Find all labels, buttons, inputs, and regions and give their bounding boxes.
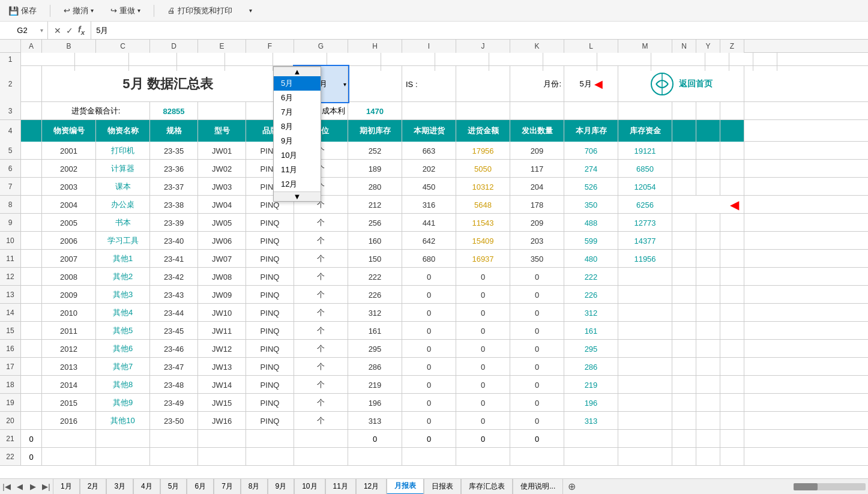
cell-id[interactable]: 2015 bbox=[42, 394, 96, 412]
cell-model[interactable]: JW01 bbox=[198, 142, 246, 160]
cell-ben_qi[interactable]: 0 bbox=[402, 340, 456, 358]
cell-fa_chu[interactable]: 0 bbox=[510, 268, 564, 286]
cell-fa_chu[interactable]: 0 bbox=[510, 376, 564, 394]
cell-ben_qi[interactable]: 0 bbox=[402, 268, 456, 286]
cell-ben_qi[interactable]: 0 bbox=[402, 286, 456, 304]
cell-unit[interactable]: 个 bbox=[294, 376, 348, 394]
cell-ben_yue[interactable]: 488 bbox=[564, 214, 618, 232]
cell-id[interactable]: 2012 bbox=[42, 340, 96, 358]
col-header-I[interactable]: I bbox=[402, 40, 456, 53]
sheet-tab-月报表[interactable]: 月报表 bbox=[387, 479, 424, 495]
col-header-A[interactable]: A bbox=[21, 40, 42, 53]
cell-ku_cun[interactable]: 19121 bbox=[618, 142, 672, 160]
cell-qi_chu[interactable]: 256 bbox=[348, 214, 402, 232]
insert-function-icon[interactable]: fx bbox=[76, 25, 87, 36]
cell-jin_huo[interactable]: 15409 bbox=[456, 232, 510, 250]
cell-ku_cun[interactable] bbox=[618, 286, 672, 304]
cell-name[interactable]: 其他7 bbox=[96, 358, 150, 376]
cell-id[interactable]: 2007 bbox=[42, 250, 96, 268]
cell-jin_huo[interactable]: 5648 bbox=[456, 196, 510, 214]
cell-model[interactable]: JW07 bbox=[198, 250, 246, 268]
cell-ben_yue[interactable]: 599 bbox=[564, 232, 618, 250]
cell-ben_qi[interactable]: 0 bbox=[402, 412, 456, 430]
cell-qi_chu[interactable]: 295 bbox=[348, 340, 402, 358]
cell-ku_cun[interactable] bbox=[618, 376, 672, 394]
col-header-K[interactable]: K bbox=[510, 40, 564, 53]
print-dropdown-button[interactable]: ▾ bbox=[246, 6, 256, 15]
col-header-N[interactable]: N bbox=[672, 40, 696, 53]
cell-ben_qi[interactable]: 441 bbox=[402, 214, 456, 232]
cell-qi_chu[interactable]: 219 bbox=[348, 376, 402, 394]
cell-ref-input[interactable] bbox=[4, 26, 40, 35]
cell-ben_yue[interactable]: 480 bbox=[564, 250, 618, 268]
cell-jin_huo[interactable]: 17956 bbox=[456, 142, 510, 160]
cell-name[interactable]: 其他3 bbox=[96, 286, 150, 304]
cell-fa_chu[interactable]: 0 bbox=[510, 322, 564, 340]
tab-nav-last[interactable]: ▶| bbox=[40, 482, 53, 491]
cell-name[interactable]: 学习工具 bbox=[96, 232, 150, 250]
col-header-F[interactable]: F bbox=[246, 40, 294, 53]
cell-ku_cun[interactable] bbox=[618, 268, 672, 286]
col-header-L[interactable]: L bbox=[564, 40, 618, 53]
cell-spec[interactable]: 23-38 bbox=[150, 196, 198, 214]
cell-qi_chu[interactable]: 196 bbox=[348, 394, 402, 412]
cell-fa_chu[interactable]: 0 bbox=[510, 286, 564, 304]
cell-model[interactable]: JW12 bbox=[198, 340, 246, 358]
cell-jin_huo[interactable]: 0 bbox=[456, 286, 510, 304]
cell-spec[interactable]: 23-47 bbox=[150, 358, 198, 376]
dropdown-scroll-down[interactable]: ▼ bbox=[274, 191, 321, 201]
cell-brand[interactable]: PINQ bbox=[246, 232, 294, 250]
cell-jin_huo[interactable]: 0 bbox=[456, 358, 510, 376]
cell-ben_qi[interactable]: 0 bbox=[402, 322, 456, 340]
cell-ben_yue[interactable]: 526 bbox=[564, 178, 618, 196]
sheet-tab-6月[interactable]: 6月 bbox=[187, 479, 214, 495]
cell-fa_chu[interactable]: 0 bbox=[510, 340, 564, 358]
cell-ben_qi[interactable]: 663 bbox=[402, 142, 456, 160]
cell-brand[interactable]: PINQ bbox=[246, 322, 294, 340]
cell-spec[interactable]: 23-49 bbox=[150, 394, 198, 412]
dropdown-scroll-up[interactable]: ▲ bbox=[274, 67, 321, 76]
cell-fa_chu[interactable]: 178 bbox=[510, 196, 564, 214]
cell-id[interactable]: 2011 bbox=[42, 322, 96, 340]
sheet-tab-8月[interactable]: 8月 bbox=[241, 479, 268, 495]
cell-ku_cun[interactable]: 11956 bbox=[618, 250, 672, 268]
return-home-button[interactable]: 返回首页 bbox=[679, 79, 713, 89]
cell-fa_chu[interactable]: 350 bbox=[510, 250, 564, 268]
cell-ben_qi[interactable]: 316 bbox=[402, 196, 456, 214]
cell-qi_chu[interactable]: 226 bbox=[348, 286, 402, 304]
cell-ku_cun[interactable]: 12054 bbox=[618, 178, 672, 196]
dropdown-item-5月[interactable]: 5月 bbox=[274, 76, 321, 91]
cell-jin_huo[interactable]: 0 bbox=[456, 376, 510, 394]
dropdown-item-10月[interactable]: 10月 bbox=[274, 148, 321, 163]
cell-qi_chu[interactable]: 161 bbox=[348, 322, 402, 340]
cell-name[interactable]: 其他5 bbox=[96, 322, 150, 340]
dropdown-item-11月[interactable]: 11月 bbox=[274, 163, 321, 177]
cell-unit[interactable]: 个 bbox=[294, 340, 348, 358]
cell-spec[interactable]: 23-41 bbox=[150, 250, 198, 268]
tab-nav-first[interactable]: |◀ bbox=[0, 482, 13, 491]
cell-ben_qi[interactable]: 0 bbox=[402, 376, 456, 394]
cell-model[interactable]: JW16 bbox=[198, 412, 246, 430]
cancel-formula-icon[interactable]: ✕ bbox=[52, 26, 64, 35]
cell-jin_huo[interactable]: 0 bbox=[456, 394, 510, 412]
cell-model[interactable]: JW09 bbox=[198, 286, 246, 304]
cell-model[interactable]: JW05 bbox=[198, 214, 246, 232]
col-header-B[interactable]: B bbox=[42, 40, 96, 53]
cell-id[interactable]: 2004 bbox=[42, 196, 96, 214]
cell-id[interactable]: 2010 bbox=[42, 304, 96, 322]
dropdown-item-6月[interactable]: 6月 bbox=[274, 91, 321, 105]
sheet-tab-使用说明...[interactable]: 使用说明... bbox=[513, 479, 563, 495]
cell-name[interactable]: 课本 bbox=[96, 178, 150, 196]
cell-fa_chu[interactable]: 209 bbox=[510, 142, 564, 160]
cell-ben_qi[interactable]: 0 bbox=[402, 358, 456, 376]
cell-name[interactable]: 其他2 bbox=[96, 268, 150, 286]
cell-ben_yue[interactable]: 274 bbox=[564, 160, 618, 178]
col-header-H[interactable]: H bbox=[348, 40, 402, 53]
cell-name[interactable]: 办公桌 bbox=[96, 196, 150, 214]
cell-ben_yue[interactable]: 222 bbox=[564, 268, 618, 286]
cell-spec[interactable]: 23-43 bbox=[150, 286, 198, 304]
cell-jin_huo[interactable]: 0 bbox=[456, 304, 510, 322]
sheet-tab-11月[interactable]: 11月 bbox=[325, 479, 356, 495]
cell-ku_cun[interactable]: 6850 bbox=[618, 160, 672, 178]
cell-brand[interactable]: PINQ bbox=[246, 286, 294, 304]
